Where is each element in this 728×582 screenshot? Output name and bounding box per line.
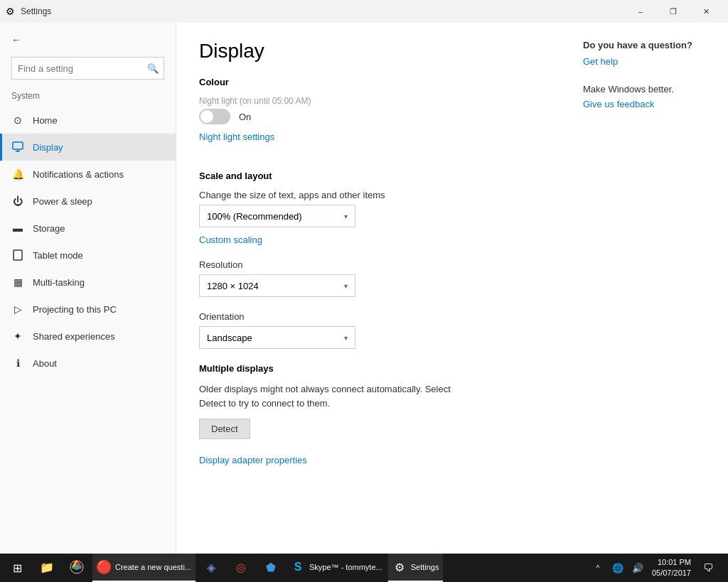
- power-icon: ⏻: [11, 195, 24, 208]
- taskbar-app-skype[interactable]: S Skype™ - tommyte...: [287, 554, 387, 582]
- search-button[interactable]: 🔍: [143, 57, 164, 80]
- scale-dropdown-wrapper: Change the size of text, apps and other …: [199, 190, 549, 227]
- night-light-row: On: [199, 109, 549, 124]
- get-help-link[interactable]: Get help: [583, 56, 717, 67]
- orientation-dropdown-arrow-icon: ▾: [344, 334, 348, 342]
- taskbar-tray: ^ 🌐 🔊 10:01 PM 05/07/2017 🗨: [584, 554, 725, 582]
- right-panel: Do you have a question? Get help Make Wi…: [572, 23, 728, 554]
- taskbar-app-6[interactable]: ⬟: [257, 554, 285, 582]
- sidebar-item-label: Multi-tasking: [33, 277, 85, 288]
- feedback-link[interactable]: Give us feedback: [583, 99, 717, 109]
- question-title: Do you have a question?: [583, 40, 717, 50]
- multiple-displays-section: Multiple displays Older displays might n…: [199, 363, 549, 480]
- night-light-label: Night light (on until 05:00 AM): [199, 96, 549, 106]
- multiple-displays-title: Multiple displays: [199, 363, 549, 374]
- taskbar-app-file-explorer[interactable]: 📁: [33, 554, 61, 582]
- sidebar-item-about[interactable]: ℹ About: [0, 350, 176, 377]
- search-icon: 🔍: [147, 63, 159, 74]
- restore-button[interactable]: ❐: [657, 0, 690, 23]
- chrome-icon: [70, 560, 84, 574]
- sidebar: ← 🔍 System ⊙ Home Display: [0, 23, 176, 554]
- windows-better-title: Make Windows better.: [583, 84, 717, 95]
- tray-date: 05/07/2017: [652, 568, 691, 578]
- back-button[interactable]: ←: [0, 28, 176, 51]
- notifications-icon: 🔔: [11, 168, 24, 180]
- taskbar-app-settings[interactable]: ⚙ Settings: [388, 554, 444, 582]
- tray-network[interactable]: 🌐: [609, 554, 626, 582]
- titlebar: ⚙ Settings – ❐ ✕: [0, 0, 728, 23]
- sidebar-item-label: About: [33, 358, 57, 369]
- tray-chevron[interactable]: ^: [589, 554, 606, 582]
- sidebar-item-shared[interactable]: ✦ Shared experiences: [0, 323, 176, 350]
- file-explorer-icon: 📁: [40, 560, 54, 574]
- app5-icon: ◎: [234, 560, 248, 574]
- titlebar-title: Settings: [21, 6, 624, 16]
- storage-icon: ▬: [11, 222, 24, 235]
- multitasking-icon: ▦: [11, 276, 24, 289]
- multiple-displays-description: Older displays might not always connect …: [199, 382, 469, 410]
- scale-dropdown-arrow-icon: ▾: [344, 212, 348, 220]
- tray-time: 10:01 PM: [658, 557, 691, 568]
- sidebar-item-label: Notifications & actions: [33, 169, 124, 180]
- night-light-toggle[interactable]: [199, 109, 230, 124]
- main-panel: Display Colour Night light (on until 05:…: [176, 23, 572, 554]
- sidebar-item-tablet[interactable]: Tablet mode: [0, 242, 176, 269]
- orientation-selected-value: Landscape: [207, 333, 252, 343]
- taskbar-app-chrome[interactable]: [63, 554, 91, 582]
- page-title: Display: [199, 40, 549, 63]
- search-input[interactable]: [12, 63, 143, 74]
- colour-section: Colour Night light (on until 05:00 AM) O…: [199, 77, 549, 156]
- sidebar-item-label: Tablet mode: [33, 250, 83, 261]
- sidebar-item-home[interactable]: ⊙ Home: [0, 107, 176, 134]
- svg-rect-0: [13, 142, 23, 149]
- display-adapter-link[interactable]: Display adapter properties: [199, 455, 307, 465]
- tray-volume[interactable]: 🔊: [629, 554, 646, 582]
- tray-clock[interactable]: 10:01 PM 05/07/2017: [649, 557, 694, 579]
- back-arrow-icon: ←: [11, 34, 21, 45]
- taskbar-app-5[interactable]: ◎: [227, 554, 255, 582]
- sidebar-item-display[interactable]: Display: [0, 134, 176, 161]
- close-button[interactable]: ✕: [690, 0, 722, 23]
- minimize-button[interactable]: –: [624, 0, 657, 23]
- home-icon: ⊙: [11, 114, 24, 126]
- detect-button[interactable]: Detect: [199, 419, 250, 439]
- resolution-dropdown[interactable]: 1280 × 1024 ▾: [199, 274, 355, 297]
- start-icon: ⊞: [13, 561, 22, 575]
- taskbar-app-label: Create a new questi...: [115, 563, 191, 571]
- sidebar-item-projecting[interactable]: ▷ Projecting to this PC: [0, 296, 176, 323]
- orientation-dropdown[interactable]: Landscape ▾: [199, 326, 355, 349]
- settings-taskbar-icon: ⚙: [392, 560, 407, 574]
- sidebar-item-notifications[interactable]: 🔔 Notifications & actions: [0, 161, 176, 188]
- app6-icon: ⬟: [264, 560, 278, 574]
- sidebar-item-label: Shared experiences: [33, 331, 115, 342]
- svg-rect-3: [14, 250, 22, 260]
- custom-scaling-link[interactable]: Custom scaling: [199, 235, 262, 245]
- window-controls: – ❐ ✕: [624, 0, 722, 23]
- sidebar-item-power[interactable]: ⏻ Power & sleep: [0, 188, 176, 215]
- shared-icon: ✦: [11, 330, 24, 343]
- resolution-selected-value: 1280 × 1024: [207, 281, 259, 291]
- tray-notification-button[interactable]: 🗨: [697, 554, 719, 582]
- scale-selected-value: 100% (Recommended): [207, 211, 302, 222]
- sidebar-item-label: Projecting to this PC: [33, 304, 117, 315]
- create-quest-icon: 🔴: [97, 560, 111, 574]
- display-icon: [11, 141, 24, 153]
- system-label: System: [0, 88, 176, 107]
- start-button[interactable]: ⊞: [3, 554, 31, 582]
- sidebar-item-storage[interactable]: ▬ Storage: [0, 215, 176, 242]
- tablet-icon: [11, 249, 24, 262]
- orientation-label: Orientation: [199, 311, 549, 322]
- night-light-settings-link[interactable]: Night light settings: [199, 131, 274, 142]
- resolution-label: Resolution: [199, 259, 549, 270]
- scale-section: Scale and layout Change the size of text…: [199, 171, 549, 349]
- taskbar-app-discord[interactable]: ◈: [197, 554, 225, 582]
- taskbar-app-create-quest[interactable]: 🔴 Create a new questi...: [92, 554, 196, 582]
- scale-dropdown[interactable]: 100% (Recommended) ▾: [199, 205, 355, 227]
- colour-section-title: Colour: [199, 77, 549, 87]
- volume-icon: 🔊: [632, 563, 643, 573]
- scale-dropdown-label: Change the size of text, apps and other …: [199, 190, 549, 200]
- scale-section-title: Scale and layout: [199, 171, 549, 181]
- sidebar-item-multitasking[interactable]: ▦ Multi-tasking: [0, 269, 176, 296]
- discord-icon: ◈: [204, 560, 218, 574]
- about-icon: ℹ: [11, 357, 24, 370]
